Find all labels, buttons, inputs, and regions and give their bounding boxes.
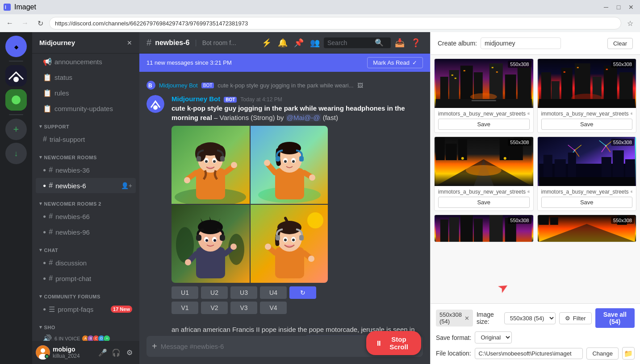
image-cell-3[interactable] [172, 205, 250, 283]
green-server-btn[interactable] [5, 89, 27, 111]
channel-trial-support[interactable]: # trial-support [36, 132, 136, 147]
channel-announcements[interactable]: 📢 announcements [36, 54, 136, 69]
inbox-icon[interactable]: 📥 [393, 36, 407, 50]
svg-point-53 [185, 259, 191, 265]
u2-btn[interactable]: U2 [201, 286, 228, 299]
channel-newbies-6[interactable]: ● # newbies-6 👤+ [36, 178, 136, 193]
svg-point-3 [13, 77, 19, 82]
stop-scroll-label: Stop Scroll [385, 335, 412, 351]
refresh-btn[interactable]: ↻ [289, 286, 316, 299]
v3-btn[interactable]: V3 [230, 302, 257, 314]
forward-btn[interactable]: → [19, 17, 31, 29]
settings-btn[interactable]: ⚙ [123, 346, 136, 359]
edit-icon-3[interactable]: ✏ [527, 189, 529, 195]
channel-rules[interactable]: 📋 rules [36, 85, 136, 100]
gallery-save-btn-2[interactable]: Save [541, 119, 633, 130]
preview-text: cute k-pop style guy jogging in the park… [218, 82, 353, 89]
category-sho[interactable]: ▾ SHO [32, 317, 139, 332]
thread-icon[interactable]: ⚡ [259, 36, 274, 50]
location-input[interactable] [475, 348, 583, 359]
pin-icon[interactable]: 📌 [292, 36, 306, 50]
image-cell-2[interactable] [251, 126, 328, 204]
message-input[interactable] [161, 337, 376, 356]
channel-prompt-faqs[interactable]: ● ☰ prompt-faqs 17 New [36, 302, 136, 317]
back-btn[interactable]: ← [4, 17, 16, 29]
bot-badge-preview: BOT [201, 83, 214, 88]
edit-icon-1[interactable]: ✏ [527, 111, 529, 117]
category-support[interactable]: ▾ SUPPORT [32, 116, 139, 131]
messages-area[interactable]: B Midjourney Bot BOT cute k-pop style gu… [139, 72, 430, 336]
bot-avatar [146, 95, 164, 113]
channel-sidebar: Midjourney ✕ 📢 announcements 📋 status 📋 … [32, 32, 139, 364]
image-cell-4[interactable] [251, 205, 328, 283]
save-all-btn[interactable]: Save all (54) [595, 308, 635, 328]
category-chat[interactable]: ▾ CHAT [32, 240, 139, 255]
members-icon[interactable]: 👥 [308, 36, 322, 50]
mark-read-btn[interactable]: Mark As Read ✓ [367, 57, 423, 68]
minimize-btn[interactable]: ─ [601, 2, 611, 12]
help-icon[interactable]: ❓ [409, 36, 423, 50]
category-forums[interactable]: ▾ COMMUNITY FORUMS [32, 286, 139, 301]
format-select[interactable]: Original [475, 331, 512, 343]
add-server-btn[interactable]: + [5, 119, 27, 140]
search-box[interactable]: 🔍 [324, 37, 391, 48]
channel-newbies-96[interactable]: ● # newbies-96 [36, 224, 136, 240]
gallery-save-btn-1[interactable]: Save [438, 119, 530, 130]
discord-home-btn[interactable]: ⬥ [5, 36, 27, 57]
channel-prompt-chat[interactable]: ● # prompt-chat [36, 271, 136, 286]
svg-rect-94 [606, 69, 607, 70]
channel-newbies-66[interactable]: ● # newbies-66 [36, 209, 136, 224]
category-newcomer2[interactable]: ▾ NEWCOMER ROOMS 2 [32, 194, 139, 208]
svg-point-40 [309, 174, 315, 181]
channel-newbies-36[interactable]: ● # newbies-36 [36, 162, 136, 178]
filter-btn[interactable]: ⚙ Filter [559, 312, 592, 324]
gallery-info-2: immotors_a_busy_new_year_streets ✏ Save [538, 108, 636, 132]
add-member-icon[interactable]: 👤+ [121, 182, 132, 189]
category-newcomer[interactable]: ▾ NEWCOMER ROOMS [32, 147, 139, 162]
image-cell-1[interactable] [172, 126, 250, 204]
search-input[interactable] [327, 39, 372, 46]
u1-btn[interactable]: U1 [172, 286, 198, 299]
format-row: Save format: Original [436, 331, 635, 343]
edit-icon-4[interactable]: ✏ [631, 189, 632, 195]
download-btn[interactable]: ↓ [5, 143, 27, 164]
deafen-btn[interactable]: 🎧 [110, 346, 122, 359]
server-header[interactable]: Midjourney ✕ [32, 32, 139, 54]
message-timestamp: Today at 4:12 PM [240, 96, 282, 103]
gallery-filename-4: immotors_a_busy_new_year_streets ✏ [541, 189, 633, 195]
midjourney-server-btn[interactable] [5, 65, 27, 87]
svg-text:I: I [5, 5, 6, 10]
new-messages-bar[interactable]: 11 new messages since 3:21 PM Mark As Re… [139, 54, 430, 72]
v2-btn[interactable]: V2 [201, 302, 228, 314]
image-gallery: 550x308 immotors_a_busy_new_year_streets… [431, 55, 640, 303]
notifications-icon[interactable]: 🔔 [276, 36, 290, 50]
u3-btn[interactable]: U3 [230, 286, 257, 299]
size-tag-close[interactable]: ✕ [464, 315, 469, 322]
svg-rect-80 [496, 71, 498, 73]
edit-icon-2[interactable]: ✏ [631, 111, 632, 117]
v1-btn[interactable]: V1 [172, 302, 198, 314]
gallery-save-btn-3[interactable]: Save [438, 197, 530, 208]
maximize-btn[interactable]: □ [613, 2, 624, 12]
app-icon: I [4, 4, 11, 11]
stop-scroll-btn[interactable]: ⏸ Stop Scroll [366, 331, 421, 355]
change-btn[interactable]: Change [586, 347, 619, 360]
voice-channel[interactable]: 🔊 6 IN VOICE A B C D + [36, 332, 136, 341]
folder-btn[interactable]: 📁 [622, 347, 635, 360]
close-btn[interactable]: ✕ [626, 2, 636, 12]
size-select[interactable]: 550x308 (54) [504, 312, 556, 324]
album-input[interactable] [481, 37, 561, 49]
channel-discussion[interactable]: ● # discussion [36, 255, 136, 270]
v4-btn[interactable]: V4 [260, 302, 287, 314]
channel-status[interactable]: 📋 status [36, 70, 136, 85]
gallery-item-5: 550x308 [434, 215, 534, 242]
gallery-save-btn-4[interactable]: Save [541, 197, 633, 208]
address-bar[interactable]: https://discord.com/channels/66226797698… [49, 17, 621, 29]
attach-btn[interactable]: + [152, 336, 157, 357]
mute-btn[interactable]: 🎤 [96, 346, 109, 359]
channel-community-updates[interactable]: 📋 community-updates [36, 101, 136, 116]
bookmark-btn[interactable]: ☆ [624, 17, 636, 29]
u4-btn[interactable]: U4 [260, 286, 287, 299]
clear-btn[interactable]: Clear [607, 38, 633, 49]
refresh-btn[interactable]: ↻ [34, 17, 46, 29]
